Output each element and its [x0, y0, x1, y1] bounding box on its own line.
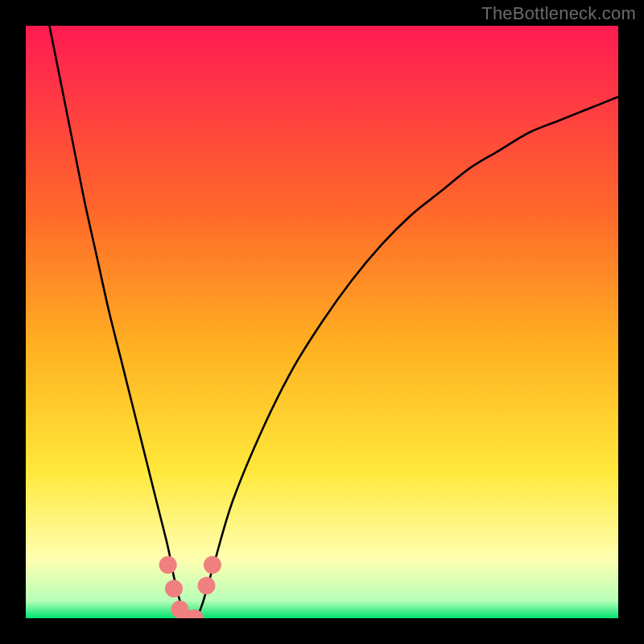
marker-b: [165, 580, 183, 597]
marker-g: [204, 556, 221, 574]
bottleneck-chart: [26, 26, 618, 618]
marker-f: [197, 577, 215, 595]
watermark-text: TheBottleneck.com: [481, 3, 636, 24]
marker-a: [159, 556, 177, 574]
chart-frame: TheBottleneck.com: [0, 0, 644, 644]
